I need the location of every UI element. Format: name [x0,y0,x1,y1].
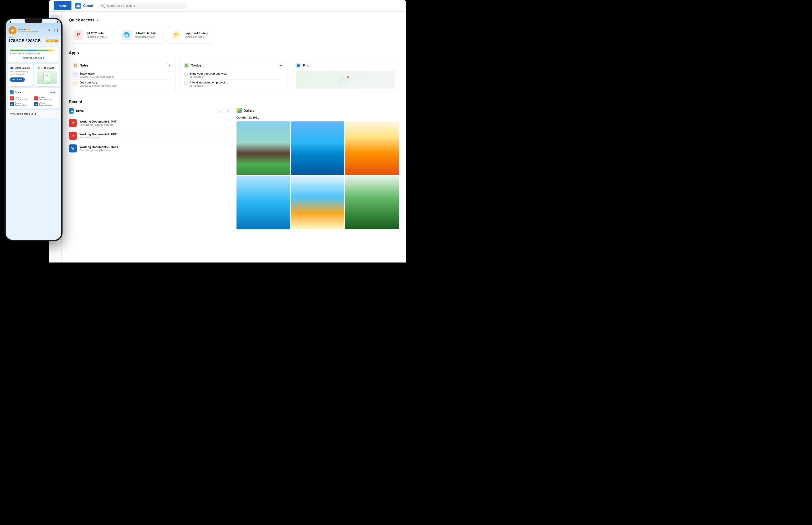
more-icon[interactable]: ⋮⋮ [54,28,59,33]
gallery-thumb-3[interactable] [345,121,399,175]
qa-globe-icon: 🌐 [122,30,132,40]
qa-card-subtitle: Updated on Oct 12 [86,35,107,38]
nav-tab-home[interactable]: Home [54,1,72,10]
qa-ppt-icon: P [73,30,83,40]
qa-card-huawei[interactable]: 🌐 HUAWEI Mobile... https://cloud.huaw... [117,26,163,44]
todo-check-icon[interactable] [184,81,188,85]
note-item-icon: 📄 [73,72,78,77]
find-title: 🔵 Find [296,63,310,68]
drive-files: P WorkingDocuments1.pptx P WorkingDocume… [10,96,57,106]
avatar: 🏔 [9,26,16,34]
todos-title: ✅ To-dos [184,63,202,68]
todo-item-text: Attend workshop on project ... On Octobe… [189,81,228,87]
legend-gallery: Gallery [26,53,33,54]
storage-card: Backup Drive Gallery Other MANAGE STORAG… [8,47,59,62]
file-subtitle: 8 minutes ago · New [79,136,117,139]
cloud-brand: Cloud [75,3,93,9]
todos-add-button[interactable]: + [278,63,284,68]
apps-grid: 📋 Notes + 📄 Travel travel On June 24 24.… [69,59,399,92]
feature-cards: Cloud Backup Periodic automatic backup e… [8,64,59,86]
storage-value: 178.5GB / 205GB [9,39,41,43]
note-item-icon: 📄 [73,81,78,86]
notes-title: 📋 Notes [73,63,88,68]
ppt-file-icon: P [69,132,77,140]
more-link[interactable]: MORE > [50,91,57,93]
note-item-2: 📄 Job summary On June 23 Summary of toda… [73,80,172,88]
todo-item-1: Bring your passport and visa On October … [184,71,283,80]
device-icon [44,72,50,83]
notes-add-button[interactable]: + [167,63,172,68]
qa-card-title: HUAWEI Mobile... [135,31,159,35]
manage-storage-button[interactable]: MANAGE STORAGE [10,57,57,59]
desktop-nav: Home Cloud 🔍 [49,0,406,12]
back-up-button[interactable]: BACK UP [10,77,25,82]
qa-card-title: Q1 2021 total... [86,31,107,35]
cloud-backup-icon [10,66,14,70]
drive-title: Drive [10,90,21,94]
todo-check-icon[interactable] [184,73,188,76]
desktop-layout: ☁ Drive 🖼 Gallery 📓 Notepad 📱 Device 👤 O… [49,12,406,262]
phone-screen: 08:08 ▮ 🏔 Vivian Gold 6 exclusive privil… [6,19,61,240]
recent-drive-icons: ○ ▽ [217,108,231,114]
search-bar[interactable]: 🔍 [98,3,187,9]
cloud-backup-desc: Periodic automatic backup ensures data s… [10,71,30,75]
refresh-icon[interactable]: ○ [217,108,223,114]
svg-point-2 [347,76,349,78]
app-card-header: ✅ To-dos + [184,63,283,68]
qa-card-folders[interactable]: 📁 Important folders Updated on Oct 12 [167,26,213,44]
gallery-thumb-6[interactable] [345,176,399,229]
phone-frame: 08:08 ▮ 🏔 Vivian Gold 6 exclusive privil… [4,18,62,241]
file-name: Working Documents2. PPT [79,133,117,136]
file-subtitle: 7 minutes ago · Added on phone [79,149,118,152]
app-card-find: 🔵 Find [292,59,399,92]
todo-subtitle: On October 24 [189,76,226,78]
search-input[interactable] [107,4,183,7]
apps-cloud-section: APPS USING THE CLOUD ? [8,110,59,118]
gallery-date: October 12,2021 [236,116,399,119]
recent-file-info: Working Documents1. PPT 5 minutes ago · … [79,120,117,126]
doc-icon: W [34,102,38,106]
cloud-logo [75,3,81,9]
storage-amount: 178.5GB / 205GB UPGRADE » [9,39,59,43]
gallery-thumb-5[interactable] [291,176,344,229]
recent-gallery-column: Gallery October 12,2021 [236,108,399,229]
note-item-text: Travel travel On June 24 24. Schedule pl… [80,72,114,78]
gallery-thumb-1[interactable] [236,121,290,175]
gallery-thumb-2[interactable] [291,121,344,175]
user-subtitle: 6 exclusive privileges in effect [18,31,47,33]
backup-bar [10,49,26,51]
ppt-icon: P [10,96,14,101]
note-subtitle: On June 23 Summary of today's work [80,85,117,87]
gallery-icon [236,108,242,113]
note-title: Job summary [80,81,117,84]
phone-header: 🏔 Vivian Gold 6 exclusive privileges in … [6,23,61,46]
gallery-grid [236,121,399,229]
phone-notch [25,19,42,23]
file-item: W WorkingDocuments4.doc [34,102,57,106]
help-icon[interactable]: ? [55,112,57,116]
user-row: 🏔 Vivian Gold 6 exclusive privileges in … [9,26,59,34]
mail-icon[interactable]: ✉ [47,28,52,33]
app-card-notes: 📋 Notes + 📄 Travel travel On June 24 24.… [69,59,176,92]
doc-file-icon: W [69,145,77,152]
quick-access-grid: P Q1 2021 total... Updated on Oct 12 🌐 H… [69,26,399,44]
upgrade-button[interactable]: UPGRADE » [46,40,59,42]
qa-card-q1[interactable]: P Q1 2021 total... Updated on Oct 12 [69,26,114,44]
gallery-thumb-4[interactable] [236,176,290,229]
qa-folder-icon: 📁 [172,30,181,40]
search-icon: 🔍 [101,4,105,7]
dropdown-arrow-icon[interactable]: ▼ [96,18,99,22]
recent-file-3: W Working Documents3. Docx 7 minutes ago… [69,142,231,155]
apps-section-title: Apps [69,51,399,55]
todo-item-2: Attend workshop on project ... On Octobe… [184,80,283,88]
file-item: P WorkingDocuments2.pptx [34,96,57,101]
avatar-image: 🏔 [9,26,16,34]
phone-drive-section: Drive MORE > P WorkingDocuments1.pptx P … [8,88,59,108]
signal-strength [9,20,11,23]
recent-drive-header: ☁ Drive ○ ▽ [69,108,231,114]
filter-icon[interactable]: ▽ [225,108,231,114]
header-icons: ✉ ⋮⋮ [47,28,59,33]
todo-item-text: Bring your passport and visa On October … [189,72,226,78]
file-item: W WorkingDocuments3.doc [10,102,33,106]
apps-cloud-title: APPS USING THE CLOUD ? [10,112,57,116]
